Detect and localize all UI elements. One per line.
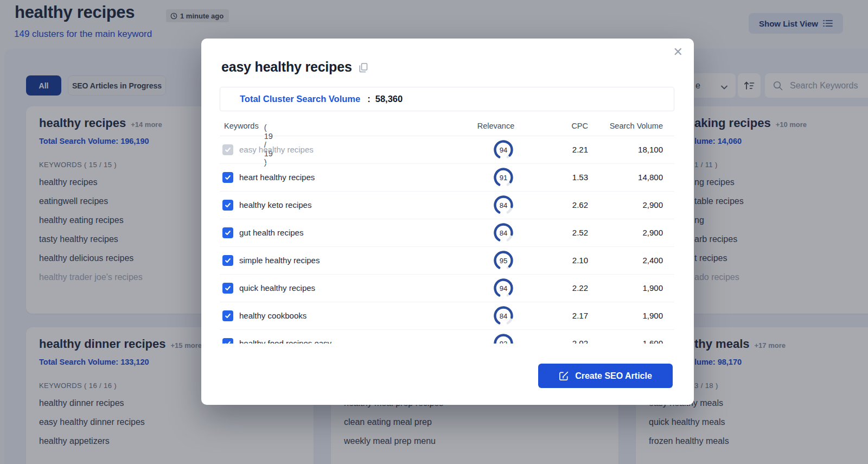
- volume-value: 14,800: [638, 164, 663, 191]
- column-keywords: Keywords( 19 / 19 ): [224, 122, 264, 130]
- cluster-detail-modal: ✕ easy healthy recipes Total Cluster Sea…: [201, 39, 694, 405]
- keyword-row: healthy keto recipes 842.622,900: [220, 192, 674, 219]
- volume-value: 2,900: [642, 192, 663, 219]
- relevance-gauge: 91: [493, 167, 514, 188]
- modal-title: easy healthy recipes: [221, 59, 368, 75]
- keyword-row: heart healthy recipes 911.5314,800: [220, 164, 674, 192]
- copy-icon[interactable]: [359, 63, 368, 73]
- keyword-checkbox[interactable]: [222, 255, 233, 266]
- cpc-value: 2.52: [572, 219, 588, 246]
- column-search-volume: Search Volume: [610, 122, 663, 130]
- relevance-gauge: 94: [493, 139, 514, 161]
- keyword-label: healthy food recipes easy: [239, 330, 331, 344]
- cpc-value: 2.02: [572, 330, 588, 344]
- svg-text:84: 84: [500, 312, 507, 320]
- total-cluster-volume-box: Total Cluster Search Volume : 58,360: [220, 87, 674, 111]
- keyword-row: quick healthy recipes 942.221,900: [220, 275, 674, 302]
- relevance-gauge: 94: [493, 277, 514, 299]
- relevance-gauge: 95: [493, 250, 514, 271]
- volume-value: 18,100: [638, 136, 663, 163]
- keyword-label: gut health recipes: [239, 219, 303, 246]
- keyword-checkbox[interactable]: [222, 172, 233, 183]
- keyword-row: gut health recipes 842.522,900: [220, 219, 674, 247]
- svg-text:91: 91: [500, 174, 507, 182]
- svg-text:95: 95: [500, 257, 507, 265]
- keyword-table-body: easy healthy recipes 942.2118,100heart h…: [220, 136, 674, 344]
- create-seo-article-label: Create SEO Article: [575, 371, 652, 381]
- relevance-gauge: 84: [493, 194, 514, 216]
- keyword-label: healthy cookbooks: [239, 302, 307, 329]
- svg-text:94: 94: [500, 284, 507, 293]
- total-cluster-volume-label: Total Cluster Search Volume: [240, 94, 360, 104]
- keyword-checkbox[interactable]: [222, 227, 233, 238]
- keyword-label: heart healthy recipes: [239, 164, 315, 191]
- cpc-value: 2.21: [572, 136, 588, 163]
- keyword-row: healthy food recipes easy 922.021,600: [220, 330, 674, 344]
- keyword-checkbox[interactable]: [222, 338, 233, 344]
- keyword-checkbox[interactable]: [222, 144, 233, 155]
- svg-text:84: 84: [500, 229, 507, 237]
- cpc-value: 1.53: [572, 164, 588, 191]
- keyword-row: healthy cookbooks 842.171,900: [220, 302, 674, 330]
- volume-value: 2,900: [642, 219, 663, 246]
- modal-title-text: easy healthy recipes: [221, 59, 352, 75]
- svg-text:84: 84: [500, 201, 507, 209]
- keyword-checkbox[interactable]: [222, 200, 233, 211]
- total-cluster-volume-separator: :: [367, 94, 371, 104]
- cpc-value: 2.17: [572, 302, 588, 329]
- total-cluster-volume-value: 58,360: [375, 94, 403, 104]
- relevance-gauge: 84: [493, 222, 514, 244]
- cpc-value: 2.62: [572, 192, 588, 219]
- volume-value: 1,900: [642, 302, 663, 329]
- keyword-label: simple healthy recipes: [239, 247, 320, 274]
- volume-value: 2,400: [642, 247, 663, 274]
- volume-value: 1,600: [642, 330, 663, 344]
- relevance-gauge: 92: [493, 333, 514, 344]
- keyword-label: easy healthy recipes: [239, 136, 314, 163]
- close-icon[interactable]: ✕: [673, 46, 683, 58]
- cpc-value: 2.22: [572, 275, 588, 302]
- keyword-row: simple healthy recipes 952.102,400: [220, 247, 674, 275]
- keyword-row: easy healthy recipes 942.2118,100: [220, 136, 674, 164]
- keyword-label: quick healthy recipes: [239, 275, 315, 302]
- keyword-checkbox[interactable]: [222, 310, 233, 321]
- column-keywords-label: Keywords: [224, 122, 259, 130]
- svg-text:92: 92: [500, 340, 507, 344]
- column-cpc: CPC: [571, 122, 588, 130]
- cpc-value: 2.10: [572, 247, 588, 274]
- keyword-label: healthy keto recipes: [239, 192, 311, 219]
- keyword-checkbox[interactable]: [222, 283, 233, 294]
- volume-value: 1,900: [642, 275, 663, 302]
- svg-text:94: 94: [500, 146, 507, 154]
- create-seo-article-button[interactable]: Create SEO Article: [538, 364, 673, 388]
- column-relevance: Relevance: [474, 122, 518, 130]
- relevance-gauge: 84: [493, 305, 514, 327]
- edit-icon: [559, 371, 569, 381]
- table-header: Keywords( 19 / 19 ) Relevance CPC Search…: [220, 120, 674, 136]
